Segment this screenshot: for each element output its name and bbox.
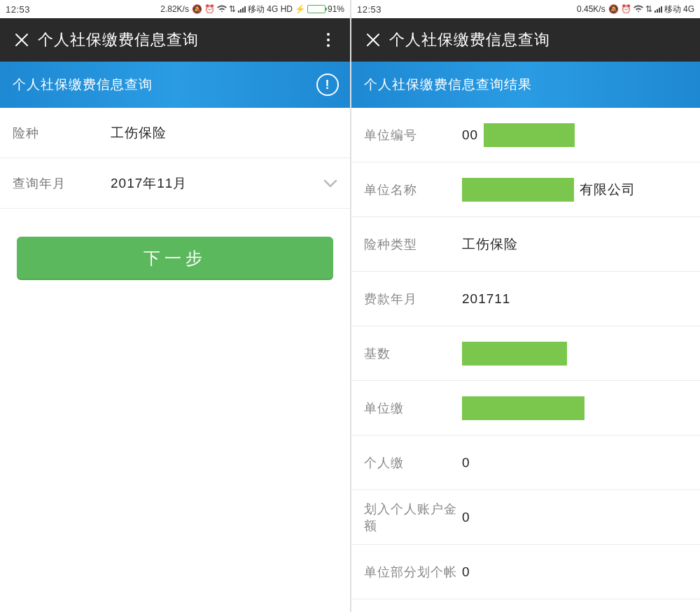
wifi-icon <box>634 5 643 14</box>
row-query-period[interactable]: 查询年月 2017年11月 <box>0 158 350 209</box>
redacted-block <box>462 342 567 366</box>
info-icon[interactable]: ! <box>316 74 339 96</box>
personal-pay-value: 0 <box>462 455 687 471</box>
status-carrier: 移动 4G HD <box>248 4 293 15</box>
row-unit-pay: 单位缴 <box>351 381 700 436</box>
base-label: 基数 <box>364 345 462 362</box>
fee-period-value: 201711 <box>462 291 687 307</box>
signal-icon <box>238 6 246 13</box>
redacted-block <box>484 123 575 147</box>
redacted-block <box>462 396 584 420</box>
query-period-value: 2017年11月 <box>111 174 187 193</box>
status-time: 12:53 <box>357 4 382 15</box>
row-to-personal-account: 划入个人账户金额 0 <box>351 490 700 545</box>
status-bar: 12:53 2.82K/s 🔕 ⏰ ⇅ 移动 4G HD ⚡ 91% <box>0 0 350 18</box>
status-battery-pct: 91% <box>328 4 344 14</box>
unit-to-account-label: 单位部分划个帐 <box>364 564 462 580</box>
row-unit-to-account: 单位部分划个帐 0 <box>351 545 700 599</box>
dnd-icon: 🔕 <box>608 5 619 13</box>
unit-name-suffix: 有限公司 <box>580 181 636 199</box>
banner-title: 个人社保缴费信息查询 <box>13 76 153 94</box>
query-period-label: 查询年月 <box>13 175 111 192</box>
fee-period-label: 费款年月 <box>364 291 462 307</box>
unit-number-prefix: 00 <box>462 127 478 143</box>
row-unit-number: 单位编号 00 <box>351 108 700 162</box>
chevron-down-icon <box>323 175 337 191</box>
page-title: 个人社保缴费信息查询 <box>34 29 316 50</box>
phone-result: 12:53 0.45K/s 🔕 ⏰ ⇅ 移动 4G 个人社保缴费信息查询 个人社… <box>350 0 700 612</box>
result-table: 单位编号 00 单位名称 有限公司 险种类型 工伤保险 费款年月 201711 … <box>351 108 700 599</box>
status-bar: 12:53 0.45K/s 🔕 ⏰ ⇅ 移动 4G <box>351 0 700 18</box>
status-carrier: 移动 4G <box>664 4 694 15</box>
status-icons: 🔕 ⏰ ⇅ 移动 4G <box>608 4 694 15</box>
row-fee-period: 费款年月 201711 <box>351 272 700 326</box>
row-unit-name: 单位名称 有限公司 <box>351 162 700 217</box>
banner-title: 个人社保缴费信息查询结果 <box>364 76 532 94</box>
status-net-speed: 0.45K/s <box>577 4 606 14</box>
insurance-type-value: 工伤保险 <box>111 124 337 142</box>
insurance-type-label: 险种 <box>13 125 111 141</box>
data-updown-icon: ⇅ <box>229 5 236 13</box>
data-updown-icon: ⇅ <box>645 5 652 13</box>
page-title: 个人社保缴费信息查询 <box>385 29 690 50</box>
more-menu-button[interactable] <box>316 28 340 52</box>
unit-to-account-value: 0 <box>462 564 687 580</box>
close-button[interactable] <box>10 28 34 52</box>
to-personal-account-value: 0 <box>462 510 687 525</box>
section-banner: 个人社保缴费信息查询结果 <box>351 62 700 108</box>
section-banner: 个人社保缴费信息查询 ! <box>0 62 350 108</box>
status-time: 12:53 <box>6 4 30 15</box>
wifi-icon <box>217 5 227 14</box>
dnd-icon: 🔕 <box>192 5 202 13</box>
row-insurance-type[interactable]: 险种 工伤保险 <box>0 108 350 158</box>
unit-number-label: 单位编号 <box>364 127 462 144</box>
charging-icon: ⚡ <box>295 5 305 13</box>
alarm-icon: ⏰ <box>204 5 215 13</box>
to-personal-account-label: 划入个人账户金额 <box>364 501 462 534</box>
personal-pay-label: 个人缴 <box>364 454 462 471</box>
insurance-type-value: 工伤保险 <box>462 235 687 253</box>
unit-name-label: 单位名称 <box>364 181 462 198</box>
signal-icon <box>654 6 662 13</box>
query-form: 险种 工伤保险 查询年月 2017年11月 <box>0 108 350 209</box>
row-personal-pay: 个人缴 0 <box>351 436 700 490</box>
empty-area <box>0 308 350 612</box>
title-bar: 个人社保缴费信息查询 <box>351 18 700 62</box>
phone-query: 12:53 2.82K/s 🔕 ⏰ ⇅ 移动 4G HD ⚡ 91% 个人社 <box>0 0 350 612</box>
next-button-label: 下一步 <box>144 247 206 270</box>
battery-icon <box>307 5 326 13</box>
unit-pay-label: 单位缴 <box>364 400 462 417</box>
status-net-speed: 2.82K/s <box>160 4 189 14</box>
insurance-type-label: 险种类型 <box>364 236 462 253</box>
row-insurance-type: 险种类型 工伤保险 <box>351 217 700 272</box>
next-button[interactable]: 下一步 <box>17 237 333 280</box>
alarm-icon: ⏰ <box>621 5 631 13</box>
close-button[interactable] <box>361 28 385 52</box>
status-icons: 🔕 ⏰ ⇅ 移动 4G HD ⚡ 91% <box>192 4 344 15</box>
title-bar: 个人社保缴费信息查询 <box>0 18 350 62</box>
redacted-block <box>462 178 574 202</box>
row-base: 基数 <box>351 326 700 381</box>
